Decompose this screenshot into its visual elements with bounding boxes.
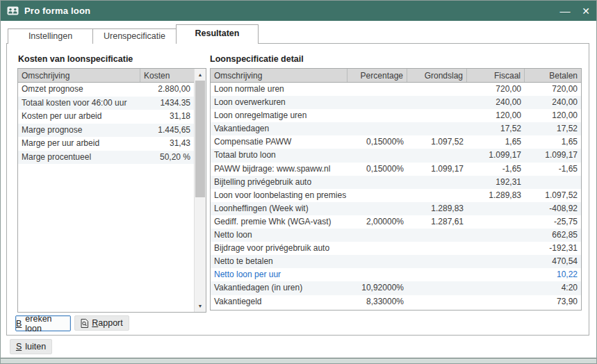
- row-value: [525, 176, 581, 189]
- kosten-section-title: Kosten van loonspecificatie: [18, 54, 133, 64]
- bereken-loon-button[interactable]: Bereken loon: [15, 315, 71, 331]
- loonspecificatie-table-header: Omschrijving Percentage Grondslag Fiscaa…: [211, 69, 581, 83]
- table-row[interactable]: Bijtelling privégebruik auto192,31: [211, 176, 581, 189]
- table-row[interactable]: Bijdrage voor privégebruik auto-192,31: [211, 242, 581, 255]
- row-value: [347, 96, 407, 109]
- column-header-omschrijving[interactable]: Omschrijving: [18, 69, 140, 82]
- row-value: 2,00000%: [347, 215, 407, 229]
- row-value: [467, 255, 525, 268]
- row-label: Vakantiegeld: [211, 295, 347, 308]
- row-value: 720,00: [467, 83, 525, 96]
- table-row[interactable]: Vakantiegeld8,33000%73,90: [211, 295, 581, 308]
- row-value: [407, 295, 467, 308]
- row-value: [407, 255, 467, 268]
- row-value: 10,22: [525, 268, 581, 281]
- row-label: Netto loon per uur: [211, 268, 347, 281]
- row-value: 1.099,17: [467, 149, 525, 162]
- row-value: [467, 242, 525, 255]
- row-label: Totaal bruto loon: [211, 149, 347, 162]
- table-row[interactable]: Loon normale uren720,00720,00: [211, 83, 581, 96]
- table-row[interactable]: Loon overwerkuren240,00240,00: [211, 96, 581, 109]
- table-row[interactable]: Vakantiedagen (in uren)10,92000%4:20: [211, 281, 581, 295]
- table-row[interactable]: Omzet prognose2.880,00: [18, 83, 194, 97]
- table-row[interactable]: Totaal kosten voor 46:00 uur1434.35: [18, 97, 194, 110]
- table-row[interactable]: Marge per uur arbeid31,43: [18, 137, 194, 151]
- close-icon[interactable]: ✕: [575, 1, 596, 21]
- row-value: [347, 189, 407, 202]
- row-label: Marge procentueel: [18, 151, 140, 165]
- row-value: -1,65: [525, 163, 581, 176]
- row-value: 1.097,52: [525, 189, 581, 202]
- row-value: [467, 202, 525, 215]
- sluiten-button[interactable]: Sluiten: [10, 339, 52, 354]
- row-value: 240,00: [467, 96, 525, 109]
- row-value: 1.289,83: [407, 202, 467, 215]
- row-value: [407, 109, 467, 122]
- table-row[interactable]: Netto loon per uur10,22: [211, 268, 581, 281]
- table-row[interactable]: Netto loon662,85: [211, 229, 581, 242]
- minimize-icon[interactable]: —: [555, 1, 575, 21]
- row-value: 10,92000%: [347, 281, 407, 295]
- row-value: [347, 109, 407, 122]
- row-label: Omzet prognose: [18, 83, 140, 97]
- column-header-kosten[interactable]: Kosten: [140, 69, 194, 82]
- tab-resultaten[interactable]: Resultaten: [176, 24, 259, 44]
- row-value: -408,92: [525, 202, 581, 215]
- report-document-icon: [81, 319, 88, 328]
- resultaten-tab-panel: Kosten van loonspecificatie Loonspecific…: [6, 43, 589, 336]
- row-value: 0,15000%: [347, 163, 407, 176]
- scroll-up-icon[interactable]: ▲: [195, 69, 206, 81]
- column-header-fiscaal[interactable]: Fiscaal: [467, 69, 525, 82]
- window-titlebar: Pro forma loon — ✕: [1, 1, 596, 21]
- row-value: 8,33000%: [347, 295, 407, 308]
- table-row[interactable]: Loonheffingen (Week wit)1.289,83-408,92: [211, 202, 581, 215]
- row-value: [347, 149, 407, 162]
- table-row[interactable]: Marge procentueel50,20 %: [18, 151, 194, 165]
- row-value: [467, 229, 525, 242]
- column-header-omschrijving[interactable]: Omschrijving: [211, 69, 347, 82]
- row-value: -192,31: [525, 242, 581, 255]
- row-value: 17,52: [525, 122, 581, 135]
- row-value: [347, 122, 407, 135]
- window-resize-edge[interactable]: [1, 358, 596, 363]
- row-value: 73,90: [525, 295, 581, 308]
- scroll-down-icon[interactable]: ▼: [195, 300, 206, 312]
- row-value: 0,15000%: [347, 135, 407, 149]
- table-row[interactable]: Marge prognose1.445,65: [18, 124, 194, 138]
- row-value: 50,20 %: [140, 151, 194, 165]
- scrollbar-thumb[interactable]: [195, 81, 205, 197]
- row-label: Netto loon: [211, 229, 347, 242]
- column-header-percentage[interactable]: Percentage: [347, 69, 407, 82]
- row-value: [347, 83, 407, 96]
- tab-urenspecificatie[interactable]: Urenspecificatie: [92, 28, 177, 44]
- table-row[interactable]: Loon voor loonbelasting en premies1.289,…: [211, 189, 581, 202]
- rapport-button[interactable]: Rapport: [74, 315, 129, 331]
- row-value: 470,54: [525, 255, 581, 268]
- vertical-scrollbar[interactable]: ▲ ▼: [194, 69, 206, 312]
- row-value: [407, 281, 467, 295]
- row-value: 1434.35: [140, 97, 194, 110]
- row-label: Netto te betalen: [211, 255, 347, 268]
- row-value: [347, 242, 407, 255]
- column-header-betalen[interactable]: Betalen: [525, 69, 581, 82]
- row-value: 1.289,83: [467, 189, 525, 202]
- table-row[interactable]: Compensatie PAWW0,15000%1.097,521,651,65: [211, 135, 581, 149]
- table-row[interactable]: Netto te betalen470,54: [211, 255, 581, 268]
- row-value: [467, 268, 525, 281]
- row-value: [347, 268, 407, 281]
- row-label: Kosten per uur arbeid: [18, 110, 140, 124]
- tab-instellingen[interactable]: Instellingen: [8, 28, 93, 44]
- column-header-grondslag[interactable]: Grondslag: [407, 69, 467, 82]
- table-row[interactable]: Gediff. premie Whk (WGA-vast)2,00000%1.2…: [211, 215, 581, 229]
- row-value: [407, 83, 467, 96]
- table-row[interactable]: Vakantiedagen17,5217,52: [211, 122, 581, 135]
- row-label: Vakantiedagen: [211, 122, 347, 135]
- loonspecificatie-section-title: Loonspecificatie detail: [210, 54, 304, 64]
- table-row[interactable]: Loon onregelmatige uren120,00120,00: [211, 109, 581, 122]
- row-label: Bijdrage voor privégebruik auto: [211, 242, 347, 255]
- window-title: Pro forma loon: [24, 6, 90, 16]
- table-row[interactable]: Kosten per uur arbeid31,18: [18, 110, 194, 124]
- row-value: [407, 189, 467, 202]
- table-row[interactable]: PAWW bijdrage: www.spaww.nl0,15000%1.099…: [211, 163, 581, 176]
- table-row[interactable]: Totaal bruto loon1.099,171.099,17: [211, 149, 581, 162]
